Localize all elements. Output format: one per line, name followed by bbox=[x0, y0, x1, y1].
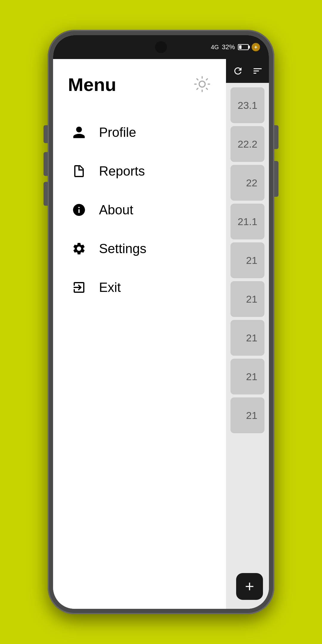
svg-point-0 bbox=[199, 81, 205, 87]
menu-panel: Menu bbox=[53, 59, 226, 609]
list-item-value: 21.1 bbox=[238, 216, 257, 227]
status-bar: 4G 32% + bbox=[53, 35, 269, 59]
brightness-icon[interactable] bbox=[193, 75, 211, 94]
bg-app-header bbox=[226, 59, 269, 83]
file-icon bbox=[71, 163, 87, 179]
list-item[interactable]: 23.1 bbox=[230, 87, 264, 123]
battery-icon bbox=[238, 44, 249, 50]
menu-items: Profile Reports bbox=[68, 113, 211, 307]
exit-icon bbox=[71, 279, 87, 295]
fab-add-button[interactable] bbox=[236, 573, 263, 600]
menu-item-profile[interactable]: Profile bbox=[68, 113, 211, 152]
charging-icon: + bbox=[252, 43, 260, 51]
signal-text: 4G bbox=[211, 44, 219, 51]
list-item[interactable]: 21 bbox=[230, 320, 264, 356]
list-item-value: 21 bbox=[246, 410, 257, 421]
about-label: About bbox=[99, 202, 133, 217]
list-item-value: 23.1 bbox=[238, 100, 257, 111]
profile-label: Profile bbox=[99, 125, 136, 140]
list-item[interactable]: 21 bbox=[230, 397, 264, 433]
svg-line-6 bbox=[206, 88, 208, 89]
svg-line-7 bbox=[197, 88, 198, 89]
vol-down-button[interactable] bbox=[44, 152, 48, 176]
vol-up-button[interactable] bbox=[44, 125, 48, 143]
menu-title: Menu bbox=[68, 74, 116, 95]
refresh-icon[interactable] bbox=[233, 66, 243, 76]
list-item-value: 22.2 bbox=[238, 138, 257, 150]
list-item[interactable]: 22 bbox=[230, 165, 264, 201]
status-icons: 4G 32% + bbox=[211, 43, 260, 51]
menu-item-reports[interactable]: Reports bbox=[68, 152, 211, 191]
list-item[interactable]: 21 bbox=[230, 359, 264, 394]
phone-device: 4G 32% + Menu bbox=[48, 30, 274, 614]
list-item-value: 22 bbox=[246, 177, 257, 189]
svg-line-8 bbox=[206, 79, 208, 80]
menu-header: Menu bbox=[68, 74, 211, 95]
exit-label: Exit bbox=[99, 280, 121, 295]
list-item-value: 21 bbox=[246, 332, 257, 344]
list-item-value: 21 bbox=[246, 371, 257, 383]
gear-icon bbox=[71, 241, 87, 257]
info-icon bbox=[71, 202, 87, 218]
bg-app-list: 23.1 22.2 22 21.1 21 21 bbox=[226, 83, 269, 438]
phone-screen: 4G 32% + Menu bbox=[53, 35, 269, 609]
camera-notch bbox=[155, 41, 167, 53]
bg-app-panel: 23.1 22.2 22 21.1 21 21 bbox=[226, 59, 269, 609]
list-item[interactable]: 21 bbox=[230, 242, 264, 278]
list-item[interactable]: 21 bbox=[230, 281, 264, 317]
svg-line-5 bbox=[197, 79, 198, 80]
person-icon bbox=[71, 124, 87, 140]
settings-label: Settings bbox=[99, 241, 146, 256]
menu-item-exit[interactable]: Exit bbox=[68, 268, 211, 307]
list-item[interactable]: 21.1 bbox=[230, 204, 264, 239]
reports-label: Reports bbox=[99, 164, 145, 179]
list-item-value: 21 bbox=[246, 293, 257, 305]
filter-icon[interactable] bbox=[252, 66, 263, 76]
menu-item-about[interactable]: About bbox=[68, 191, 211, 229]
menu-item-settings[interactable]: Settings bbox=[68, 229, 211, 268]
list-item-value: 21 bbox=[246, 255, 257, 266]
main-content: Menu bbox=[53, 59, 269, 609]
list-item[interactable]: 22.2 bbox=[230, 126, 264, 162]
power-button[interactable] bbox=[44, 182, 48, 206]
battery-percentage: 32% bbox=[222, 43, 235, 51]
